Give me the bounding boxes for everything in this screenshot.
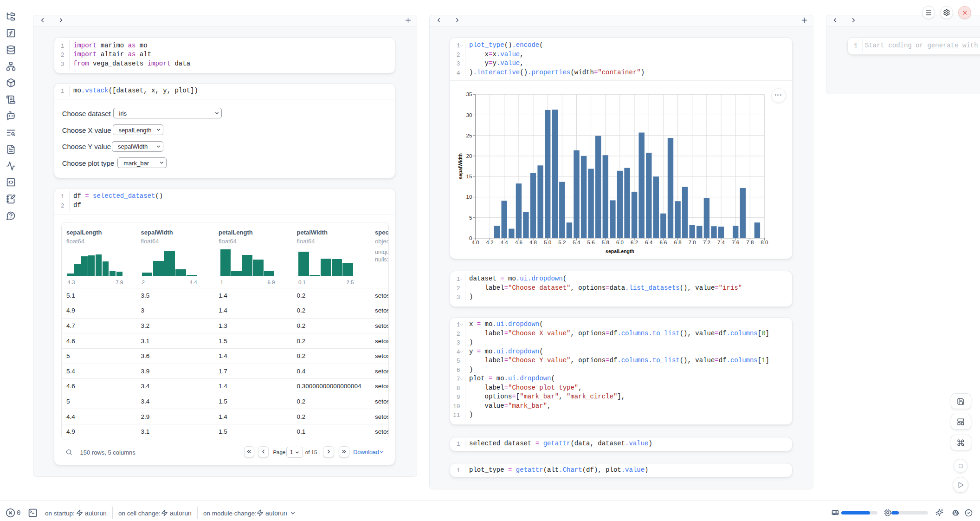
svg-text:20: 20 (466, 153, 472, 158)
svg-text:8.0: 8.0 (761, 240, 768, 245)
svg-text:25: 25 (466, 132, 472, 138)
svg-text:10: 10 (466, 194, 472, 200)
svg-text:6.4: 6.4 (645, 240, 653, 245)
svg-text:5.8: 5.8 (602, 240, 609, 245)
svg-text:4.2: 4.2 (486, 240, 494, 245)
svg-text:6.2: 6.2 (631, 240, 638, 245)
svg-text:5.0: 5.0 (544, 240, 551, 245)
svg-text:6.6: 6.6 (659, 240, 667, 245)
svg-text:6.0: 6.0 (616, 240, 624, 245)
svg-text:0: 0 (469, 235, 472, 241)
svg-text:15: 15 (466, 174, 472, 179)
svg-text:sepalWidth: sepalWidth (458, 153, 463, 179)
svg-text:sepalLength: sepalLength (606, 248, 634, 254)
svg-text:35: 35 (466, 91, 472, 97)
svg-text:30: 30 (466, 112, 472, 117)
svg-text:5.4: 5.4 (573, 240, 581, 245)
svg-text:4.6: 4.6 (515, 240, 522, 245)
svg-text:4.8: 4.8 (529, 240, 537, 245)
svg-text:5.2: 5.2 (558, 240, 566, 245)
svg-text:4.4: 4.4 (501, 240, 509, 245)
svg-text:5: 5 (469, 215, 472, 220)
svg-text:7.8: 7.8 (746, 240, 754, 245)
svg-text:5.6: 5.6 (587, 240, 595, 245)
svg-text:7.6: 7.6 (732, 240, 739, 245)
svg-text:7.4: 7.4 (717, 240, 725, 245)
svg-text:7.2: 7.2 (703, 240, 710, 245)
svg-text:6.8: 6.8 (674, 240, 682, 245)
svg-text:4.0: 4.0 (471, 240, 479, 245)
svg-text:7.0: 7.0 (689, 240, 696, 245)
